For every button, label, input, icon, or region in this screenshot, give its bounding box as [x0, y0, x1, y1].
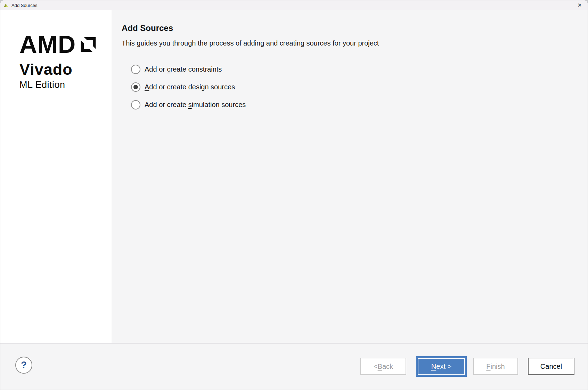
add-sources-dialog: Add Sources ✕ AMD Vivado ML Edition Add … [0, 0, 588, 390]
amd-logo-text: AMD [19, 32, 76, 57]
question-mark-icon: ? [21, 360, 27, 371]
option-label-design-sources: Add or create design sources [145, 83, 235, 91]
cancel-button[interactable]: Cancel [528, 358, 574, 375]
radio-constraints[interactable] [131, 65, 140, 74]
radio-simulation-sources[interactable] [131, 100, 140, 109]
option-add-simulation-sources[interactable]: Add or create simulation sources [131, 100, 246, 109]
finish-button[interactable]: Finish [473, 358, 518, 375]
edition-label: ML Edition [19, 80, 98, 90]
option-label-constraints: Add or create constraints [145, 65, 222, 73]
footer-bar: ? < Back Next > Finish Cancel [0, 343, 588, 390]
window-title: Add Sources [11, 3, 37, 8]
titlebar[interactable]: Add Sources ✕ [0, 0, 588, 10]
option-add-design-sources[interactable]: Add or create design sources [131, 82, 235, 92]
close-button[interactable]: ✕ [572, 0, 588, 10]
product-name: Vivado [19, 62, 98, 77]
wizard-page: Add Sources This guides you through the … [112, 10, 588, 343]
close-icon: ✕ [578, 2, 582, 8]
option-add-constraints[interactable]: Add or create constraints [131, 64, 222, 74]
next-button[interactable]: Next > [416, 356, 467, 377]
amd-arrow-icon [79, 35, 98, 54]
option-label-simulation-sources: Add or create simulation sources [145, 101, 246, 109]
brand-block: AMD Vivado ML Edition [19, 32, 98, 90]
help-button[interactable]: ? [15, 357, 32, 374]
back-button[interactable]: < Back [360, 358, 406, 375]
radio-design-sources[interactable] [131, 82, 140, 92]
sidebar: AMD Vivado ML Edition [0, 10, 112, 343]
vivado-app-icon [3, 2, 9, 8]
page-title: Add Sources [122, 23, 173, 33]
page-description: This guides you through the process of a… [122, 39, 379, 47]
